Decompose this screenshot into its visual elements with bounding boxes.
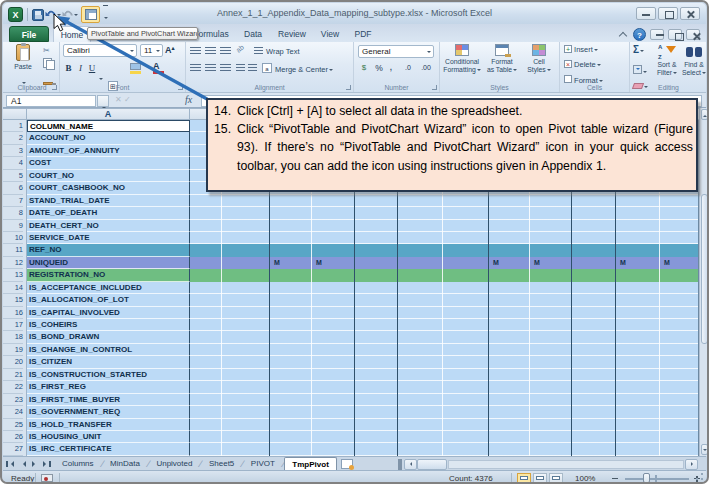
row-header-19[interactable]: 19 [3,344,23,356]
comma-style-button[interactable]: , [387,61,395,72]
cell-a20[interactable]: IS_CITIZEN [27,356,190,368]
format-as-table-button[interactable]: Formatas Table [484,44,520,73]
cell-a6[interactable]: COURT_CASHBOOK_NO [27,182,190,194]
scroll-left-icon[interactable] [404,459,417,470]
last-sheet-icon[interactable] [41,459,51,469]
zoom-slider-handle[interactable] [643,473,650,483]
row-header-20[interactable]: 20 [3,356,23,368]
macro-record-icon[interactable] [41,474,53,482]
align-center-icon[interactable] [205,64,216,72]
zoom-slider-track[interactable] [625,478,689,480]
alignment-dialog-launcher[interactable] [346,85,351,90]
row-header-23[interactable]: 23 [3,394,23,406]
clipboard-dialog-launcher[interactable] [52,85,57,90]
underline-dropdown[interactable] [99,78,103,82]
workbook-restore-button[interactable] [668,29,682,40]
cell-a24[interactable]: IS_GOVERNMENT_REQ [27,406,190,418]
wrap-text-icon[interactable] [254,47,263,55]
row-header-5[interactable]: 5 [3,170,23,182]
number-dialog-launcher[interactable] [432,85,437,90]
font-color-button[interactable]: A [153,61,164,74]
bold-button[interactable]: B [63,63,74,73]
row-header-9[interactable]: 9 [3,220,23,232]
cell-a4[interactable]: COST [27,157,190,169]
minimize-ribbon-icon[interactable] [617,29,629,41]
horizontal-scroll-thumb[interactable] [417,459,447,470]
sheet-tab-mindata[interactable]: MinData [103,457,147,470]
autosum-button[interactable]: Σ [633,44,644,55]
tab-review[interactable]: Review [273,26,311,42]
sheet-tab-pivot[interactable]: PIVOT [244,457,282,470]
workbook-close-button[interactable] [686,29,700,40]
scroll-right-icon[interactable] [685,459,698,470]
scroll-up-icon[interactable] [701,109,708,120]
sheet-tab-columns[interactable]: Columns [55,457,101,470]
row-header-gutter[interactable]: 1234567891011121314151617181920212223242… [3,120,27,457]
sheet-tab-tmppivot[interactable]: TmpPivot [284,457,336,471]
vertical-scroll-thumb[interactable] [701,194,708,344]
page-layout-view-icon[interactable] [533,473,547,483]
cell-a19[interactable]: IS_CHANGE_IN_CONTROL [27,344,190,356]
row-header-22[interactable]: 22 [3,381,23,393]
row-header-18[interactable]: 18 [3,331,23,343]
increase-indent-icon[interactable] [248,64,257,72]
cell-a22[interactable]: IS_FIRST_REG [27,381,190,393]
cell-a17[interactable]: IS_COHEIRS [27,319,190,331]
tab-view[interactable]: View [315,26,345,42]
font-size-combo[interactable]: 11 [140,44,163,57]
delete-cells-button[interactable]: × Delete [564,60,601,69]
fill-color-button[interactable] [130,63,141,74]
select-all-corner[interactable] [3,108,27,120]
cell-a11[interactable]: REF_NO [27,244,190,256]
cell-a9[interactable]: DEATH_CERT_NO [27,220,190,232]
tab-data[interactable]: Data [237,26,269,42]
row-header-10[interactable]: 10 [3,232,23,244]
name-box[interactable]: A1 [6,95,96,107]
resize-grip[interactable] [695,472,704,481]
column-a-cells[interactable]: COLUMN_NAMEACCOUNT_NOAMOUNT_OF_ANNUITYCO… [27,120,190,457]
accounting-format-button[interactable]: $ [358,63,370,72]
row-header-11[interactable]: 11 [3,244,23,256]
row-header-13[interactable]: 13 [3,269,23,281]
cell-a26[interactable]: IS_HOUSING_UNIT [27,431,190,443]
font-name-combo[interactable]: Calibri [63,44,137,57]
underline-button[interactable]: U [87,63,97,73]
align-top-icon[interactable] [190,47,201,55]
cell-a25[interactable]: IS_HOLD_TRANSFER [27,419,190,431]
decrease-decimal-button[interactable]: .00 [418,64,434,71]
insert-cells-button[interactable]: + Insert [564,45,598,54]
row-header-2[interactable]: 2 [3,132,23,144]
decrease-indent-icon[interactable] [236,64,245,72]
minimize-button[interactable] [636,7,656,20]
row-header-26[interactable]: 26 [3,431,23,443]
sort-filter-button[interactable]: A Z Sort &Filter [654,44,680,76]
tab-file[interactable]: File [9,26,49,42]
row-header-6[interactable]: 6 [3,182,23,194]
copy-icon[interactable] [43,58,53,67]
name-box-dropdown[interactable] [97,95,109,107]
row-header-4[interactable]: 4 [3,157,23,169]
align-left-icon[interactable] [190,64,201,72]
zoom-out-icon[interactable] [611,475,619,483]
sheet-tab-unpivoted[interactable]: Unpivoted [149,457,199,470]
horizontal-scrollbar[interactable] [398,459,698,470]
insert-worksheet-icon[interactable] [341,459,353,469]
number-format-combo[interactable]: General [358,45,434,58]
align-right-icon[interactable] [220,64,231,72]
row-header-14[interactable]: 14 [3,282,23,294]
row-header-24[interactable]: 24 [3,406,23,418]
cell-a27[interactable]: IS_IRC_CERTIFICATE [27,443,190,455]
italic-button[interactable]: I [76,63,85,73]
row-header-7[interactable]: 7 [3,195,23,207]
cell-a14[interactable]: IS_ACCEPTANCE_INCLUDED [27,282,190,294]
row-header-8[interactable]: 8 [3,207,23,219]
row-header-27[interactable]: 27 [3,443,23,455]
row-header-1[interactable]: 1 [3,120,23,132]
find-select-button[interactable]: Find &Select [682,44,706,76]
cell-a13[interactable]: REGISTRATION_NO [27,269,190,281]
row-header-21[interactable]: 21 [3,369,23,381]
increase-decimal-button[interactable]: .0 [401,64,415,71]
row-header-17[interactable]: 17 [3,319,23,331]
cell-a23[interactable]: IS_FIRST_TIME_BUYER [27,394,190,406]
align-middle-icon[interactable] [205,47,216,55]
